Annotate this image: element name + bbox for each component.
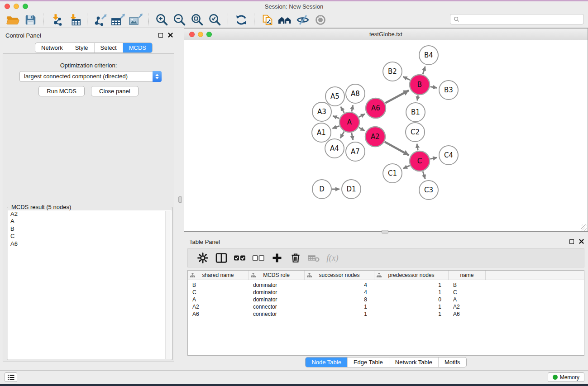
open-session-icon[interactable] — [4, 13, 21, 27]
network-from-selection-icon[interactable] — [258, 13, 276, 27]
graph-node-A4[interactable]: A4 — [325, 139, 344, 158]
graph-node-B[interactable]: B — [410, 75, 430, 95]
tab-motifs[interactable]: Motifs — [438, 357, 466, 367]
network-window-titlebar[interactable]: testGlobe.txt — [184, 29, 588, 40]
column-header-shared-name[interactable]: shared name — [188, 271, 249, 280]
close-panel-icon[interactable] — [579, 239, 584, 244]
task-history-button[interactable] — [5, 372, 17, 382]
graph-edge-A-A2[interactable] — [359, 128, 365, 131]
graph-node-C1[interactable]: C1 — [383, 164, 402, 183]
graph-node-D1[interactable]: D1 — [342, 180, 361, 199]
refresh-icon[interactable] — [232, 13, 250, 27]
delete-table-icon[interactable] — [305, 251, 323, 265]
mcds-result-item[interactable]: A6 — [8, 240, 172, 248]
settings-gear-icon[interactable] — [193, 251, 212, 265]
graph-edge-A-A7[interactable] — [352, 133, 353, 140]
export-network-icon[interactable] — [91, 13, 109, 27]
function-builder-icon[interactable]: f(x) — [323, 251, 342, 265]
zoom-fit-icon[interactable] — [188, 13, 206, 27]
import-table-icon[interactable] — [65, 13, 83, 27]
tab-mcds[interactable]: MCDS — [123, 43, 152, 52]
column-header-successor-nodes[interactable]: successor nodes — [305, 271, 374, 280]
run-mcds-button[interactable]: Run MCDS — [38, 86, 85, 96]
column-header-mcds-role[interactable]: MCDS role — [249, 271, 305, 280]
graph-edge-A-A4[interactable] — [340, 132, 344, 138]
delete-column-icon[interactable] — [286, 251, 305, 265]
graph-node-A1[interactable]: A1 — [312, 123, 331, 142]
mcds-result-item[interactable]: A2 — [8, 210, 172, 218]
table-row[interactable]: Cdominator41C — [188, 289, 584, 296]
graph-node-B2[interactable]: B2 — [383, 62, 402, 81]
graph-node-A5[interactable]: A5 — [325, 87, 344, 106]
graph-edge-B-B3[interactable] — [430, 86, 437, 88]
tab-node-table[interactable]: Node Table — [306, 357, 347, 367]
graph-node-A[interactable]: A — [339, 112, 359, 132]
table-row[interactable]: Adominator80A — [188, 296, 584, 303]
tab-edge-table[interactable]: Edge Table — [347, 357, 389, 367]
tab-select[interactable]: Select — [94, 43, 123, 52]
table-row[interactable]: Bdominator41B — [188, 281, 584, 289]
mcds-result-list[interactable]: A2ABCA6 — [8, 210, 172, 359]
graph-node-A2[interactable]: A2 — [365, 127, 385, 147]
column-header-name[interactable]: name — [449, 271, 486, 280]
mcds-result-item[interactable]: B — [8, 225, 172, 233]
table-row[interactable]: A6connector11A6 — [188, 310, 584, 318]
graph-edge-C-C4[interactable] — [430, 157, 437, 159]
tab-style[interactable]: Style — [69, 43, 94, 52]
graph-edge-C-C1[interactable] — [403, 166, 410, 168]
split-view-icon[interactable] — [212, 251, 230, 265]
export-image-icon[interactable] — [127, 13, 144, 27]
deselect-all-icon[interactable] — [249, 251, 268, 265]
graph-edge-B-B4[interactable] — [423, 67, 425, 74]
graph-node-B4[interactable]: B4 — [419, 46, 438, 65]
home-icon[interactable] — [276, 13, 294, 27]
graph-node-B3[interactable]: B3 — [439, 81, 458, 100]
graph-node-A8[interactable]: A8 — [346, 84, 365, 103]
graph-node-C[interactable]: C — [410, 151, 430, 171]
zoom-out-icon[interactable] — [171, 13, 188, 27]
graph-edge-A-A3[interactable] — [333, 116, 339, 118]
save-session-icon[interactable] — [21, 13, 39, 27]
vertical-splitter-grip[interactable] — [178, 196, 182, 203]
graph-node-B1[interactable]: B1 — [406, 103, 425, 122]
graph-edge-C-C3[interactable] — [423, 172, 425, 179]
graph-node-A3[interactable]: A3 — [312, 102, 331, 121]
mcds-result-item[interactable]: A — [8, 218, 172, 225]
graph-node-D[interactable]: D — [312, 180, 331, 199]
graph-edge-A-A8[interactable] — [352, 105, 353, 111]
graph-edge-C-C2[interactable] — [417, 144, 418, 151]
select-all-icon[interactable] — [230, 251, 249, 265]
tab-network[interactable]: Network — [35, 43, 69, 52]
export-table-icon[interactable] — [109, 13, 127, 27]
scrollbar-track[interactable] — [165, 211, 171, 359]
memory-button[interactable]: Memory — [548, 372, 584, 382]
search-box[interactable] — [450, 14, 584, 24]
graph-edge-B-B2[interactable] — [403, 76, 410, 80]
horizontal-splitter-grip[interactable] — [382, 230, 388, 234]
graph-edge-A-A1[interactable] — [332, 126, 339, 129]
mcds-result-item[interactable]: C — [8, 233, 172, 240]
show-hidden-icon[interactable] — [311, 13, 329, 27]
graph-edge-A2-C[interactable] — [385, 142, 409, 155]
close-panel-button[interactable]: Close panel — [91, 86, 139, 96]
graph-node-C2[interactable]: C2 — [406, 123, 425, 142]
table-row[interactable]: A2connector11A2 — [188, 303, 584, 310]
float-panel-icon[interactable] — [569, 239, 574, 244]
close-panel-icon[interactable] — [168, 33, 173, 38]
tab-network-table[interactable]: Network Table — [389, 357, 438, 367]
import-network-icon[interactable] — [48, 13, 65, 27]
hide-unselected-icon[interactable] — [294, 13, 311, 27]
graph-node-A6[interactable]: A6 — [366, 98, 386, 118]
graph-node-C3[interactable]: C3 — [419, 181, 438, 200]
graph-edge-B-B1[interactable] — [417, 95, 418, 101]
graph-edge-A-A5[interactable] — [341, 107, 344, 113]
graph-edge-A6-B[interactable] — [385, 91, 409, 103]
optimization-criterion-select[interactable]: largest connected component (directed) — [19, 71, 162, 82]
column-header-predecessor-nodes[interactable]: predecessor nodes — [374, 271, 449, 280]
graph-node-A7[interactable]: A7 — [346, 142, 365, 161]
graph-edge-A-A6[interactable] — [359, 114, 365, 117]
graph-node-C4[interactable]: C4 — [439, 146, 458, 165]
network-canvas[interactable]: B4B2BB3A5A8A6B1A3AA1C2A2A4A7C4CC1C3DD1 — [184, 40, 588, 231]
search-input[interactable] — [461, 16, 583, 23]
window-resize-grip[interactable] — [581, 224, 587, 231]
